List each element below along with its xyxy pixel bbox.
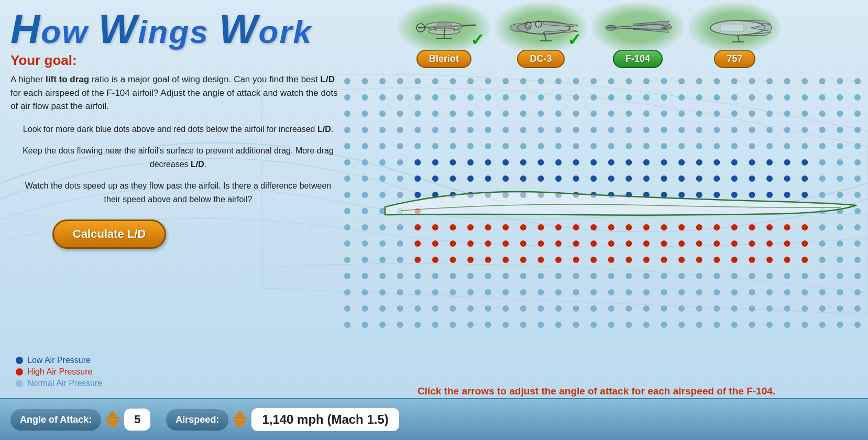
svg-marker-19	[633, 21, 669, 24]
dc3-image-bg: ✓	[495, 3, 587, 52]
svg-line-27	[738, 35, 739, 42]
plane-bleriot[interactable]: ✓ Bleriot	[398, 3, 490, 68]
plane-dc3[interactable]: ✓ DC-3	[495, 3, 587, 68]
bleriot-label[interactable]: Bleriot	[416, 50, 471, 68]
bleriot-image	[408, 9, 481, 46]
airflow-visualization	[338, 73, 867, 333]
angle-arrows[interactable]	[105, 411, 120, 428]
bleriot-check: ✓	[470, 30, 485, 50]
plane757-image	[698, 9, 772, 46]
dc3-label[interactable]: DC-3	[517, 50, 564, 68]
airspeed-up-arrow[interactable]	[233, 411, 247, 419]
goal-heading: Your goal:	[10, 52, 346, 69]
calculate-button[interactable]: Calculate L/D	[52, 219, 166, 249]
bottom-bar: Angle of Attack: 5 Airspeed: 1,140 mph (…	[0, 398, 868, 440]
planes-area: ✓ Bleriot ✓ DC-3	[398, 3, 781, 68]
bleriot-image-bg: ✓	[398, 3, 490, 52]
f104-image-bg	[592, 3, 684, 52]
plane757-label[interactable]: 757	[714, 50, 755, 68]
angle-of-attack-control[interactable]: Angle of Attack: 5	[10, 409, 150, 431]
svg-marker-20	[633, 29, 669, 32]
normal-pressure-dot	[16, 380, 23, 387]
angle-value: 5	[124, 409, 150, 431]
angle-up-arrow[interactable]	[105, 411, 120, 419]
app-title: How Wings Work	[10, 5, 312, 53]
click-instruction: Click the arrows to adjust the angle of …	[335, 386, 858, 397]
airspeed-control[interactable]: Airspeed: 1,140 mph (Mach 1.5)	[166, 408, 399, 431]
high-pressure-label: High Air Pressure	[27, 367, 93, 377]
left-panel: Your goal: A higher lift to drag ratio i…	[10, 52, 346, 249]
airspeed-value: 1,140 mph (Mach 1.5)	[251, 408, 399, 431]
low-pressure-label: Low Air Pressure	[27, 356, 91, 365]
angle-label: Angle of Attack:	[10, 409, 101, 431]
svg-rect-7	[436, 23, 452, 29]
tip-3: Watch the dots speed up as they flow pas…	[10, 179, 346, 206]
title-area: How Wings Work	[10, 5, 312, 53]
dc3-image	[504, 9, 578, 46]
tip-2: Keep the dots flowing near the airfoil's…	[10, 144, 346, 171]
plane757-image-bg	[689, 3, 781, 52]
svg-point-22	[606, 25, 616, 30]
airspeed-arrows[interactable]	[233, 411, 247, 428]
f104-label[interactable]: F-104	[613, 50, 663, 68]
low-pressure-dot	[16, 357, 23, 364]
dc3-check: ✓	[567, 30, 581, 50]
plane-f104[interactable]: F-104	[592, 3, 684, 68]
svg-rect-29	[720, 24, 744, 31]
legend-high-pressure: High Air Pressure	[16, 367, 102, 377]
f104-image	[601, 9, 675, 46]
plane-757[interactable]: 757	[689, 3, 781, 68]
angle-down-arrow[interactable]	[105, 420, 120, 428]
high-pressure-dot	[16, 368, 23, 376]
legend: Low Air Pressure High Air Pressure Norma…	[16, 356, 102, 390]
goal-paragraph: A higher lift to drag ratio is a major g…	[10, 73, 346, 113]
airspeed-down-arrow[interactable]	[233, 420, 247, 428]
legend-low-pressure: Low Air Pressure	[16, 356, 102, 365]
airspeed-label: Airspeed:	[166, 409, 228, 431]
legend-normal-pressure: Normal Air Pressure	[16, 379, 102, 388]
svg-point-13	[510, 24, 531, 32]
normal-pressure-label: Normal Air Pressure	[27, 379, 102, 388]
tip-1: Look for more dark blue dots above and r…	[10, 123, 346, 136]
